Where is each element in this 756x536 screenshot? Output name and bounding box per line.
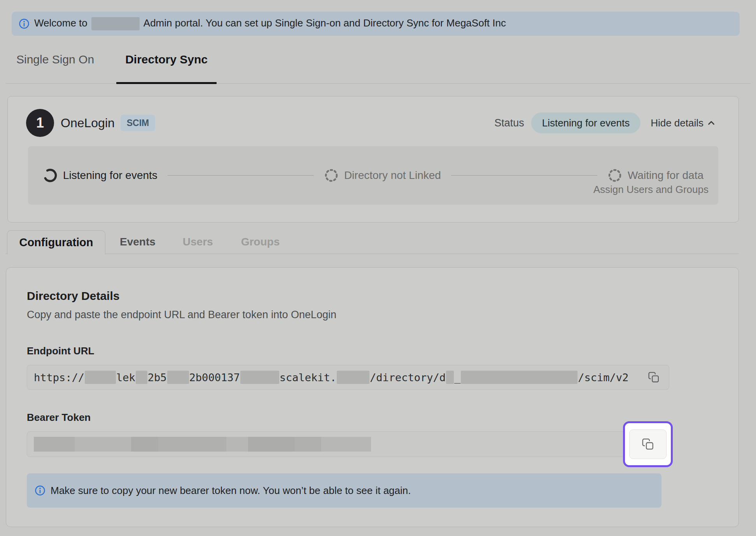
welcome-banner: Welcome toAdmin portal. You can set up S… (12, 12, 740, 36)
progress-step-sublabel: Assign Users and Groups (593, 184, 709, 196)
bearer-token-field[interactable] (27, 431, 669, 457)
step-connector (451, 175, 597, 176)
admin-portal-page: Welcome toAdmin portal. You can set up S… (0, 12, 756, 536)
step-connector (168, 175, 314, 176)
step-number-badge: 1 (26, 109, 54, 137)
redacted-org-name (91, 17, 140, 30)
note-text: Make sure to copy your new bearer token … (51, 485, 411, 497)
tab-directory-sync[interactable]: Directory Sync (116, 46, 217, 83)
section-tab-bar: Configuration Events Users Groups (6, 230, 739, 254)
progress-step-listening: Listening for events (43, 168, 158, 183)
endpoint-url-value: https://lek2b52b000137scalekit./director… (34, 371, 645, 384)
copy-button-highlight-ring (623, 421, 673, 467)
progress-step-label: Waiting for data (628, 169, 704, 182)
tab-groups: Groups (241, 230, 280, 254)
copy-bearer-token-button[interactable] (629, 429, 667, 459)
provider-card-header: 1 OneLogin SCIM Status Listening for eve… (8, 96, 738, 137)
dashed-circle-icon (607, 168, 622, 183)
progress-step-label: Directory not Linked (344, 169, 441, 182)
spinner-icon (43, 168, 58, 183)
info-icon (19, 18, 30, 29)
tab-configuration[interactable]: Configuration (7, 230, 105, 254)
hide-details-label: Hide details (651, 117, 704, 129)
progress-step-waiting: Waiting for data (607, 168, 704, 183)
page-subtitle: Copy and paste the endpoint URL and Bear… (27, 309, 718, 321)
progress-step-label: Listening for events (63, 169, 158, 182)
bearer-token-note-banner: Make sure to copy your new bearer token … (27, 473, 662, 508)
tab-events[interactable]: Events (120, 230, 156, 254)
provider-name: OneLogin (61, 116, 115, 130)
sync-progress-strip: Listening for events Directory not Linke… (28, 146, 718, 205)
status-label: Status (494, 117, 524, 129)
chevron-up-icon (706, 118, 716, 128)
page-title: Directory Details (27, 289, 718, 303)
dashed-circle-icon (324, 168, 339, 183)
welcome-banner-text: Welcome toAdmin portal. You can set up S… (34, 17, 506, 30)
hide-details-toggle[interactable]: Hide details (651, 117, 716, 129)
copy-icon (648, 371, 660, 383)
configuration-panel: Directory Details Copy and paste the end… (6, 267, 739, 527)
progress-step-directory: Directory not Linked (324, 168, 441, 183)
main-tab-bar: Single Sign On Directory Sync (6, 46, 751, 84)
tab-single-sign-on[interactable]: Single Sign On (16, 46, 94, 83)
protocol-badge: SCIM (121, 115, 156, 131)
copy-icon (642, 438, 654, 450)
provider-card: 1 OneLogin SCIM Status Listening for eve… (7, 96, 739, 222)
tab-users: Users (183, 230, 213, 254)
copy-endpoint-url-button[interactable] (645, 368, 663, 386)
bearer-token-label: Bearer Token (27, 412, 718, 424)
info-icon (35, 485, 46, 496)
bearer-token-redacted-value (34, 437, 371, 452)
endpoint-url-field[interactable]: https://lek2b52b000137scalekit./director… (27, 365, 669, 390)
endpoint-url-label: Endpoint URL (27, 345, 718, 357)
status-badge: Listening for events (531, 112, 640, 133)
